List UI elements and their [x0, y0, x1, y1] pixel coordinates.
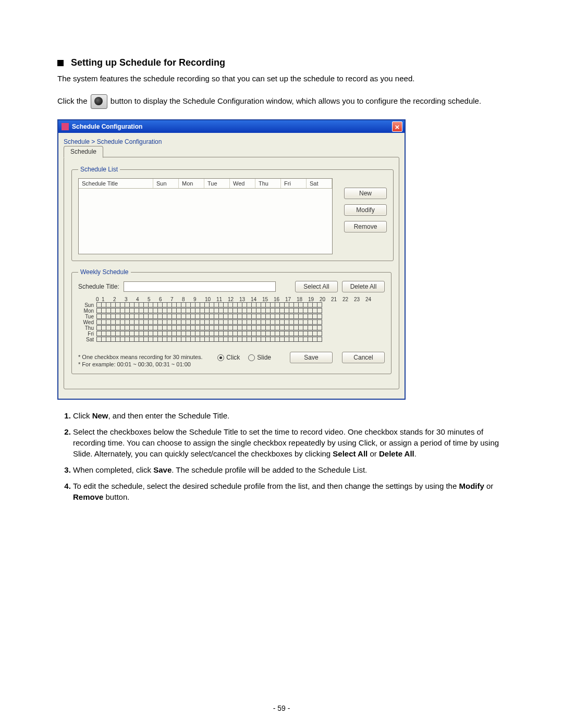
section-heading: Setting up Schedule for Recording [57, 57, 506, 68]
col-sun[interactable]: Sun [153, 179, 179, 188]
hour-label: 4 [136, 297, 148, 302]
footnote-2: * For example: 00:01 ~ 00:30, 00:31 ~ 01… [78, 361, 217, 367]
mode-click-label: Click [226, 354, 240, 361]
instruction-steps: Click New, and then enter the Schedule T… [57, 410, 506, 502]
window-icon [62, 123, 69, 130]
col-sat[interactable]: Sat [307, 179, 332, 188]
hour-label: 21 [331, 297, 342, 302]
time-cell[interactable] [317, 302, 322, 307]
day-row: Fri [78, 331, 385, 337]
day-row: Sun [78, 302, 385, 308]
col-wed[interactable]: Wed [230, 179, 255, 188]
day-row: Sat [78, 337, 385, 342]
day-label: Sun [78, 302, 97, 308]
day-label: Sat [78, 337, 97, 342]
mode-click-radio[interactable]: Click [217, 354, 240, 361]
day-label: Tue [78, 314, 97, 319]
day-row: Mon [78, 308, 385, 314]
weekly-grid: 0123456789101112131415161718192021222324… [78, 297, 385, 342]
intro-paragraph-1: The system features the schedule recordi… [57, 73, 506, 84]
hour-label: 14 [251, 297, 262, 302]
square-bullet-icon [57, 60, 64, 66]
hour-label: 24 [365, 297, 377, 302]
step-1: Click New, and then enter the Schedule T… [73, 410, 506, 421]
time-cell[interactable] [317, 319, 322, 325]
tab-frame: Schedule Schedule List Schedule Title Su… [64, 157, 399, 389]
schedule-list-legend: Schedule List [78, 166, 120, 173]
radio-icon [217, 354, 224, 361]
hour-label: 9 [193, 297, 205, 302]
hour-label: 5 [148, 297, 159, 302]
col-tue[interactable]: Tue [204, 179, 230, 188]
hour-label: 12 [228, 297, 239, 302]
schedule-title-input[interactable] [124, 281, 276, 292]
hour-label: 1 [102, 297, 113, 302]
schedule-title-label: Schedule Title: [78, 283, 119, 290]
hours-header: 0123456789101112131415161718192021222324 [98, 297, 385, 302]
mode-slide-label: Slide [257, 354, 271, 361]
hour-label: 19 [308, 297, 320, 302]
hour-label: 0 [96, 297, 102, 302]
schedule-list-header: Schedule Title Sun Mon Tue Wed Thu Fri S… [79, 179, 332, 189]
hour-label: 10 [205, 297, 216, 302]
hour-label: 13 [239, 297, 251, 302]
hour-label: 22 [342, 297, 354, 302]
cancel-button[interactable]: Cancel [342, 352, 385, 363]
para2-before: Click the [57, 96, 90, 105]
schedule-list-group: Schedule List Schedule Title Sun Mon Tue… [71, 166, 394, 261]
hour-label: 16 [274, 297, 285, 302]
save-button[interactable]: Save [290, 352, 333, 363]
breadcrumb: Schedule > Schedule Configuration [64, 138, 399, 145]
tab-schedule[interactable]: Schedule [64, 146, 103, 158]
time-cell[interactable] [317, 325, 322, 330]
col-thu[interactable]: Thu [255, 179, 281, 188]
step-2: Select the checkboxes below the Schedule… [73, 426, 506, 459]
time-cell[interactable] [317, 331, 322, 336]
footnote-1: * One checkbox means recording for 30 mi… [78, 354, 217, 360]
col-mon[interactable]: Mon [179, 179, 204, 188]
select-all-button[interactable]: Select All [295, 281, 338, 292]
day-label: Thu [78, 325, 97, 331]
close-icon[interactable]: × [392, 121, 402, 132]
dialog-titlebar: Schedule Configuration × [58, 120, 405, 133]
schedule-config-dialog: Schedule Configuration × Schedule > Sche… [57, 119, 406, 400]
modify-button[interactable]: Modify [344, 204, 387, 216]
heading-text: Setting up Schedule for Recording [71, 57, 225, 68]
day-row: Thu [78, 325, 385, 331]
hour-label: 6 [159, 297, 170, 302]
day-row: Wed [78, 319, 385, 325]
day-row: Tue [78, 314, 385, 319]
hour-label: 7 [170, 297, 182, 302]
hour-label: 11 [216, 297, 228, 302]
day-label: Fri [78, 331, 97, 337]
col-fri[interactable]: Fri [281, 179, 307, 188]
hour-label: 23 [354, 297, 365, 302]
day-label: Mon [78, 308, 97, 314]
step-3: When completed, click Save. The schedule… [73, 464, 506, 475]
delete-all-button[interactable]: Delete All [342, 281, 385, 292]
schedule-toolbar-icon [91, 94, 107, 109]
schedule-list-box[interactable]: Schedule Title Sun Mon Tue Wed Thu Fri S… [78, 178, 333, 254]
remove-button[interactable]: Remove [344, 221, 387, 232]
day-label: Wed [78, 319, 97, 325]
hour-label: 2 [113, 297, 125, 302]
time-cell[interactable] [317, 337, 322, 342]
hour-label: 17 [285, 297, 297, 302]
step-4: To edit the schedule, select the desired… [73, 480, 506, 502]
dialog-title: Schedule Configuration [72, 123, 392, 130]
time-cell[interactable] [317, 314, 322, 319]
new-button[interactable]: New [344, 188, 387, 199]
intro-paragraph-2: Click the button to display the Schedule… [57, 94, 506, 109]
weekly-schedule-group: Weekly Schedule Schedule Title: Select A… [71, 268, 391, 374]
col-schedule-title[interactable]: Schedule Title [79, 179, 153, 188]
mode-slide-radio[interactable]: Slide [248, 354, 271, 361]
hour-label: 18 [297, 297, 308, 302]
hour-label: 20 [320, 297, 331, 302]
time-cell[interactable] [317, 308, 322, 313]
radio-icon [248, 354, 255, 361]
weekly-schedule-legend: Weekly Schedule [78, 268, 131, 276]
hour-label: 8 [182, 297, 193, 302]
page-number: - 59 - [0, 704, 563, 712]
para2-after: button to display the Schedule Configura… [111, 96, 481, 105]
hour-label: 15 [262, 297, 274, 302]
